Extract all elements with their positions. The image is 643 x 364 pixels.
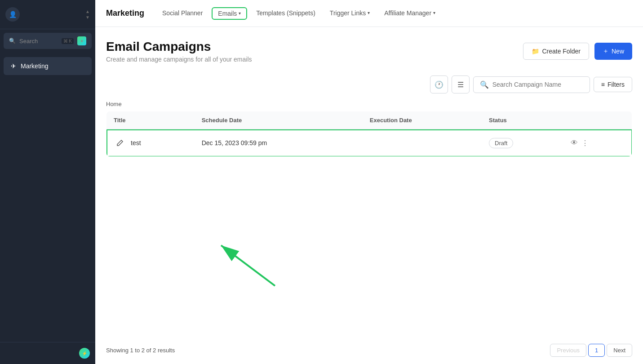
- list-icon: ☰: [457, 80, 464, 89]
- folder-icon: 📁: [532, 48, 539, 55]
- search-input[interactable]: [492, 81, 583, 88]
- sidebar-item-label: Marketing: [21, 62, 48, 70]
- pagination-info: Showing 1 to 2 of 2 results: [106, 347, 175, 354]
- annotation-arrow: [208, 236, 288, 290]
- search-label: Search: [19, 38, 38, 44]
- list-view-button[interactable]: ☰: [452, 75, 470, 93]
- next-button[interactable]: Next: [607, 344, 632, 357]
- pagination: Showing 1 to 2 of 2 results Previous 1 N…: [95, 337, 643, 364]
- new-button[interactable]: ＋ New: [594, 43, 632, 60]
- svg-line-1: [221, 245, 275, 286]
- table-container: Title Schedule Date Execution Date Statu…: [95, 111, 643, 337]
- edit-icon: [114, 137, 126, 149]
- cell-schedule-date: Dec 15, 2023 09:59 pm: [195, 129, 363, 157]
- view-icon[interactable]: 👁: [571, 139, 578, 147]
- nav-affiliate-manager[interactable]: Affiliate Manager ▾: [377, 0, 443, 27]
- content-area: 🕐 ☰ 🔍 ≡ Filters Home: [95, 70, 643, 364]
- table-row[interactable]: test Dec 15, 2023 09:59 pm Draft 👁 ⋮: [106, 129, 632, 157]
- status-badge: Draft: [489, 138, 513, 148]
- trigger-links-chevron-icon: ▾: [368, 10, 370, 15]
- cell-title: test: [106, 129, 195, 157]
- sidebar-search[interactable]: 🔍 Search ⌘ K ✦: [4, 33, 92, 49]
- clock-view-button[interactable]: 🕐: [430, 75, 448, 93]
- emails-chevron-icon: ▾: [239, 11, 241, 16]
- page-header: Email Campaigns Create and manage campai…: [95, 27, 643, 70]
- top-nav: Marketing Social Planner Emails ▾ Templa…: [95, 0, 643, 27]
- create-folder-button[interactable]: 📁 Create Folder: [523, 43, 589, 60]
- search-shortcut: ⌘ K: [62, 38, 74, 44]
- bottom-icon: ⚡: [79, 348, 90, 359]
- cell-execution-date: [363, 129, 482, 157]
- filter-icon: ≡: [601, 81, 605, 88]
- nav-emails[interactable]: Emails ▾: [212, 7, 247, 20]
- col-title: Title: [106, 111, 195, 129]
- nav-social-planner[interactable]: Social Planner: [155, 0, 210, 27]
- clock-icon: 🕐: [435, 80, 443, 89]
- previous-button[interactable]: Previous: [550, 344, 586, 357]
- table-header-row: Title Schedule Date Execution Date Statu…: [106, 111, 632, 129]
- marketing-icon: ✈: [11, 62, 16, 70]
- sidebar-item-marketing[interactable]: ✈ Marketing: [4, 57, 92, 75]
- page-1-button[interactable]: 1: [588, 344, 605, 357]
- sidebar-bottom: ⚡: [0, 342, 95, 364]
- nav-templates[interactable]: Templates (Snippets): [249, 0, 323, 27]
- plus-icon: ＋: [603, 47, 609, 55]
- affiliate-manager-chevron-icon: ▾: [433, 10, 435, 15]
- col-execution-date: Execution Date: [363, 111, 482, 129]
- search-icon: 🔍: [9, 38, 16, 44]
- sparkle-icon: ✦: [77, 36, 86, 45]
- sidebar-user-row[interactable]: 👤 ▲▼: [0, 0, 95, 29]
- search-icon: 🔍: [480, 80, 489, 89]
- sidebar-nav: ✈ Marketing: [0, 53, 95, 342]
- campaign-table: Title Schedule Date Execution Date Statu…: [106, 111, 632, 157]
- main-content: Marketing Social Planner Emails ▾ Templa…: [95, 0, 643, 364]
- col-actions: [563, 111, 632, 129]
- cell-status: Draft: [482, 129, 563, 157]
- toolbar: 🕐 ☰ 🔍 ≡ Filters: [95, 70, 643, 99]
- pagination-controls: Previous 1 Next: [550, 344, 632, 357]
- user-chevrons: ▲▼: [85, 9, 90, 20]
- breadcrumb: Home: [95, 99, 643, 111]
- search-box[interactable]: 🔍: [473, 76, 590, 93]
- nav-trigger-links[interactable]: Trigger Links ▾: [323, 0, 377, 27]
- cell-row-actions: 👁 ⋮: [563, 129, 632, 157]
- page-subtitle: Create and manage campaigns for all of y…: [106, 56, 252, 63]
- col-schedule-date: Schedule Date: [195, 111, 363, 129]
- page-title: Email Campaigns: [106, 40, 252, 54]
- col-status: Status: [482, 111, 563, 129]
- more-options-icon[interactable]: ⋮: [581, 139, 589, 147]
- page-header-actions: 📁 Create Folder ＋ New: [523, 43, 632, 60]
- user-icon: 👤: [5, 7, 20, 22]
- filters-button[interactable]: ≡ Filters: [594, 77, 632, 92]
- app-title: Marketing: [106, 9, 144, 18]
- sidebar: 👤 ▲▼ 🔍 Search ⌘ K ✦ ✈ Marketing ⚡: [0, 0, 95, 364]
- page-header-left: Email Campaigns Create and manage campai…: [106, 40, 252, 63]
